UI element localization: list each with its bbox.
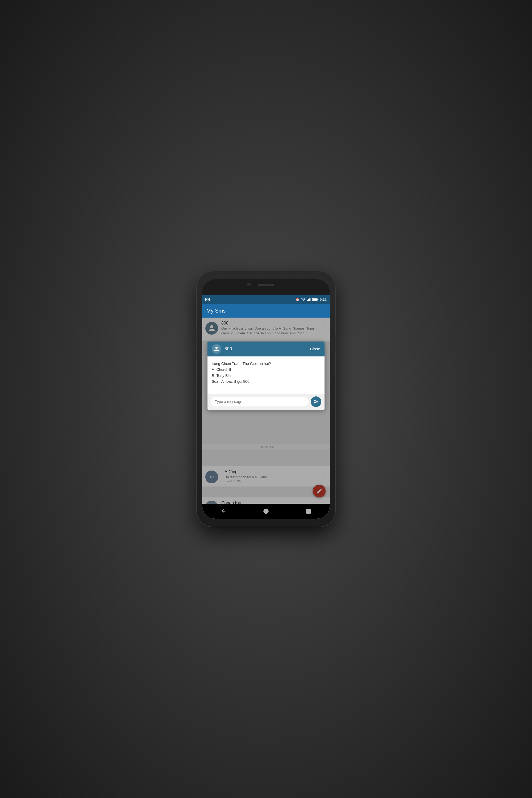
svg-rect-9 bbox=[317, 299, 318, 300]
popup-header-left: 800 bbox=[212, 344, 232, 354]
send-icon bbox=[314, 399, 319, 404]
phone-inner: ⏰ bbox=[202, 279, 330, 519]
overflow-menu-button[interactable]: ⋮ bbox=[320, 307, 326, 314]
svg-rect-10 bbox=[312, 299, 317, 301]
svg-rect-7 bbox=[310, 298, 311, 301]
phone-device: ⏰ bbox=[197, 271, 335, 527]
popup-avatar bbox=[212, 344, 221, 354]
popup-sender-name: 800 bbox=[225, 346, 232, 352]
popup-close-button[interactable]: Close bbox=[310, 347, 320, 351]
svg-rect-6 bbox=[309, 299, 310, 301]
content-area: 800 Quy khach tra loi sai. Dap an dung l… bbox=[202, 318, 330, 519]
svg-rect-5 bbox=[308, 299, 309, 301]
popup-header: 800 Close bbox=[208, 342, 324, 357]
signal-icon bbox=[307, 298, 311, 301]
alarm-icon: ⏰ bbox=[296, 298, 300, 301]
status-right-area: ⏰ bbox=[296, 298, 327, 302]
popup-overlay: 800 Close trong Chien Tranh The Gioi thu… bbox=[202, 318, 330, 519]
volume-down-button[interactable] bbox=[196, 346, 197, 359]
volume-up-button[interactable] bbox=[196, 330, 197, 343]
send-button[interactable] bbox=[311, 396, 321, 407]
popup-message-text: trong Chien Tranh The Gioi thu hai?A=Chu… bbox=[212, 361, 320, 385]
notification-icon bbox=[205, 298, 210, 301]
popup-input-area bbox=[208, 394, 324, 410]
battery-icon bbox=[312, 298, 318, 301]
app-bar: My Sms ⋮ bbox=[202, 304, 330, 318]
popup-card: 800 Close trong Chien Tranh The Gioi thu… bbox=[208, 342, 324, 410]
power-button[interactable] bbox=[335, 335, 336, 351]
message-input[interactable] bbox=[211, 397, 308, 406]
status-left-icons bbox=[205, 298, 210, 301]
time-display: 9:31 bbox=[320, 298, 327, 302]
svg-rect-4 bbox=[307, 300, 308, 301]
app-title: My Sms bbox=[206, 308, 226, 314]
status-bar: ⏰ bbox=[202, 295, 330, 304]
svg-point-3 bbox=[303, 301, 304, 301]
earpiece-speaker bbox=[258, 284, 274, 286]
screen: ⏰ bbox=[202, 295, 330, 519]
wifi-icon bbox=[301, 298, 305, 301]
front-camera bbox=[247, 283, 251, 286]
popup-body: trong Chien Tranh The Gioi thu hai?A=Chu… bbox=[208, 357, 324, 394]
